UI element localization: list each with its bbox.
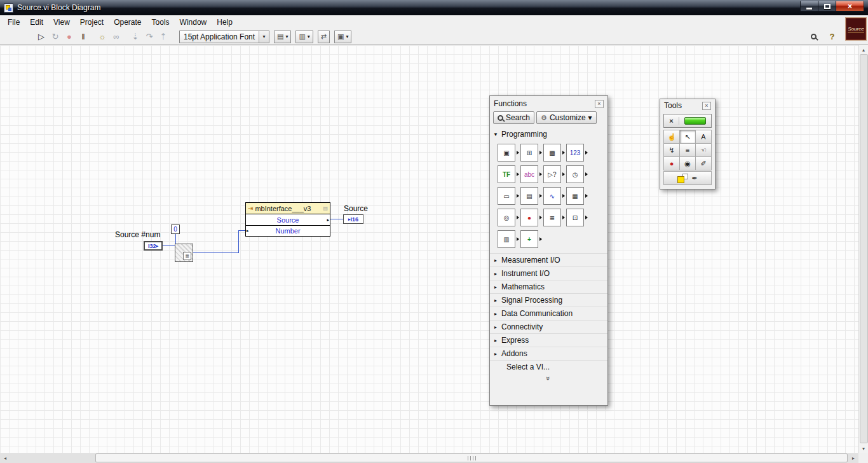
run-button[interactable]: ▷ [34,31,48,43]
palette-string[interactable]: abc [520,165,543,183]
palette-timing[interactable]: ◷ [566,165,589,183]
palette-addon-1[interactable]: ⊡ [566,209,589,226]
scroll-right-button[interactable]: ▸ [848,453,858,463]
tool-object-shortcut-menu[interactable]: ≡ [680,144,695,156]
palette-waveform[interactable]: ∿ [543,187,566,205]
scroll-up-button[interactable]: ▴ [859,45,868,54]
wire-segment[interactable] [193,252,238,253]
vertical-scrollbar-thumb[interactable] [860,54,868,443]
auto-tool-button[interactable]: × [663,114,712,128]
functions-palette-close-button[interactable]: × [595,100,604,108]
functions-palette[interactable]: Functions × Search ⚙ Customize ▾ ▼ Progr… [489,95,608,406]
palette-cluster-class-variant[interactable]: ▩ [543,144,566,162]
menu-file[interactable]: File [3,17,25,28]
scrollbar-grip[interactable] [468,456,476,460]
pause-button[interactable]: ‖ [76,31,90,43]
tools-palette[interactable]: Tools × × ☝ ↖ A ↯ ≡ ☜ ● ◉ [660,99,715,190]
numeric-constant[interactable]: 0 [171,225,180,234]
category-addons[interactable]: ▸ Addons [490,347,607,360]
wire-segment[interactable] [238,230,239,253]
block-diagram-canvas[interactable]: Source #num I32 ▸ 0 ≣ ⇥ mbInterface___v3… [0,45,858,453]
category-signal-processing[interactable]: ▸ Signal Processing [490,293,607,307]
wire-segment[interactable] [238,230,245,231]
tool-edit-text[interactable]: A [696,130,711,143]
menu-window[interactable]: Window [175,17,212,28]
align-objects-button[interactable]: ▤ ▾ [274,31,291,43]
vi-output-row-source[interactable]: Source ▸ [246,214,330,225]
tool-color-copy[interactable]: ✐ [696,157,711,170]
palette-addon-2[interactable]: ▥ [498,230,520,248]
context-help-button[interactable]: ? [824,31,840,43]
tool-wire[interactable]: ↯ [664,144,679,156]
palette-application-control[interactable]: ▦ [566,187,589,205]
vi-node-header[interactable]: ⇥ mbInterface___v3 ▤ [246,203,330,214]
scroll-left-button[interactable]: ◂ [0,453,10,463]
converter-subvi-node[interactable]: ≣ [175,244,193,262]
select-a-vi-item[interactable]: Select a VI... [490,360,607,373]
palette-comparison[interactable]: ▷? [543,165,566,183]
maximize-button[interactable] [818,1,836,11]
palette-synchronization[interactable]: ◎ [498,209,520,226]
palette-customize-button[interactable]: ⚙ Customize ▾ [536,111,597,124]
tools-palette-close-button[interactable]: × [702,102,711,110]
font-selector-caret[interactable]: ▾ [259,31,269,43]
retain-wire-values-button[interactable]: ∞ [109,31,123,43]
mbinterface-vi-node[interactable]: ⇥ mbInterface___v3 ▤ Source ▸ ▸ Number [245,202,330,237]
reorder-button[interactable]: ▣ ▾ [334,31,351,43]
palette-more-button[interactable]: » [490,373,607,384]
distribute-objects-button[interactable]: ▥ ▾ [295,31,313,43]
menu-help[interactable]: Help [212,17,238,28]
tool-probe[interactable]: ◉ [680,157,695,170]
tool-breakpoint[interactable]: ● [664,157,679,170]
category-instrument-io[interactable]: ▸ Instrument I/O [490,266,607,280]
category-programming[interactable]: ▼ Programming [490,128,607,141]
tool-operate-value[interactable]: ☝ [664,130,679,143]
highlight-execution-button[interactable]: ☼ [95,31,109,43]
abort-button[interactable]: ● [62,31,76,43]
scroll-down-button[interactable]: ▾ [859,444,868,453]
control-terminal-i32[interactable]: I32 ▸ [144,241,163,251]
search-window-button[interactable] [806,31,822,43]
menu-project[interactable]: Project [75,17,109,28]
palette-graphics-sound[interactable]: ● [520,209,543,226]
menu-view[interactable]: View [48,17,75,28]
category-measurement-io[interactable]: ▸ Measurement I/O [490,253,607,266]
clean-up-diagram-button[interactable]: ⇄ [318,31,330,43]
palette-search-button[interactable]: Search [493,111,534,124]
category-mathematics[interactable]: ▸ Mathematics [490,280,607,293]
palette-numeric[interactable]: 123 [566,144,589,162]
titlebar[interactable]: Source.vi Block Diagram × [0,0,868,15]
category-data-communication[interactable]: ▸ Data Communication [490,307,607,320]
font-selector[interactable]: 15pt Application Font ▾ [179,31,269,43]
vertical-scrollbar[interactable]: ▴ ▾ [858,45,868,453]
wire-segment[interactable] [330,219,343,219]
wire-segment[interactable] [163,245,175,246]
palette-structures[interactable]: ▣ [498,144,520,162]
palette-boolean[interactable]: TF [498,165,520,183]
vi-input-row-number[interactable]: ▸ Number [246,225,330,236]
step-out-button[interactable]: ⇡ [156,31,170,43]
tool-scroll[interactable]: ☜ [696,144,711,156]
menu-edit[interactable]: Edit [25,17,48,28]
indicator-terminal-i16[interactable]: ▸ I16 [343,214,363,224]
step-into-button[interactable]: ⇣ [128,31,142,43]
step-over-button[interactable]: ↷ [142,31,156,43]
menu-operate[interactable]: Operate [109,17,146,28]
menu-tools[interactable]: Tools [147,17,175,28]
palette-dialog-user-interface[interactable]: ▭ [498,187,520,205]
vi-icon-badge[interactable]: Source [845,17,867,41]
close-button[interactable]: × [836,1,864,11]
functions-palette-titlebar[interactable]: Functions × [490,96,607,111]
run-continuously-button[interactable]: ↻ [48,31,62,43]
indicator-label[interactable]: Source [344,204,368,213]
palette-add[interactable]: + [520,230,543,248]
tool-position-select[interactable]: ↖ [680,130,695,143]
palette-file-io[interactable]: ▤ [520,187,543,205]
palette-report-generation[interactable]: ≣ [543,209,566,226]
category-connectivity[interactable]: ▸ Connectivity [490,320,607,333]
tool-set-color[interactable]: ✒ [663,171,712,185]
palette-array[interactable]: ⊞ [520,144,543,162]
minimize-button[interactable] [800,1,818,11]
control-label[interactable]: Source #num [115,230,160,239]
horizontal-scrollbar-thumb[interactable] [95,453,848,462]
